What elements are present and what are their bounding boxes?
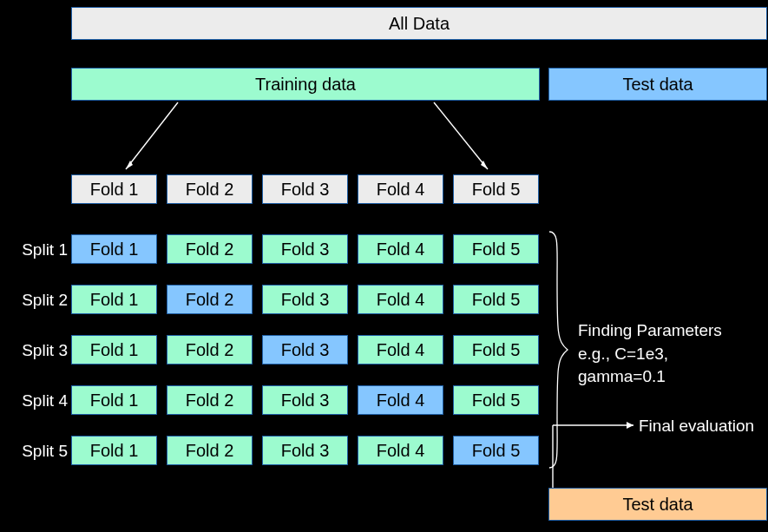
- fold-header-5: Fold 5: [453, 174, 539, 204]
- split1-fold2: Fold 2: [167, 234, 253, 264]
- split4-fold1: Fold 1: [71, 385, 157, 415]
- fold-header-4: Fold 4: [358, 174, 443, 204]
- split2-fold4: Fold 4: [358, 285, 443, 314]
- split4-fold2: Fold 2: [167, 385, 253, 415]
- split5-fold4: Fold 4: [358, 436, 443, 465]
- fold-header-3: Fold 3: [262, 174, 348, 204]
- split5-fold3: Fold 3: [262, 436, 348, 465]
- cv-diagram: All Data Training data Test data Fold 1 …: [0, 0, 768, 532]
- split3-label: Split 3: [0, 342, 68, 360]
- split2-fold5: Fold 5: [453, 285, 539, 314]
- split1-fold3: Fold 3: [262, 234, 348, 264]
- brace-icon: [545, 228, 571, 471]
- split2-fold1: Fold 1: [71, 285, 157, 314]
- split5-fold1: Fold 1: [71, 436, 157, 465]
- split3-fold4: Fold 4: [358, 335, 443, 365]
- split3-fold5: Fold 5: [453, 335, 539, 365]
- split1-fold1: Fold 1: [71, 234, 157, 264]
- params-line2: e.g., C=1e3,: [578, 345, 668, 363]
- final-evaluation-label: Final evaluation: [639, 417, 754, 436]
- svg-line-0: [126, 102, 178, 169]
- split2-fold3: Fold 3: [262, 285, 348, 314]
- split5-label: Split 5: [0, 443, 68, 461]
- split1-fold4: Fold 4: [358, 234, 443, 264]
- split5-fold5: Fold 5: [453, 436, 539, 465]
- split2-label: Split 2: [0, 292, 68, 310]
- split1-fold5: Fold 5: [453, 234, 539, 264]
- params-line1: Finding Parameters: [578, 321, 722, 339]
- split1-label: Split 1: [0, 241, 68, 259]
- split4-label: Split 4: [0, 392, 68, 410]
- svg-line-2: [434, 102, 488, 169]
- svg-marker-6: [627, 422, 633, 429]
- split4-fold4: Fold 4: [358, 385, 443, 415]
- split2-fold2: Fold 2: [167, 285, 253, 314]
- finding-parameters-text: Finding Parameters e.g., C=1e3, gamma=0.…: [578, 319, 722, 389]
- split3-fold2: Fold 2: [167, 335, 253, 365]
- final-test-data-box: Test data: [548, 488, 767, 521]
- params-line3: gamma=0.1: [578, 367, 666, 385]
- split4-fold3: Fold 3: [262, 385, 348, 415]
- fold-header-1: Fold 1: [71, 174, 157, 204]
- split4-fold5: Fold 5: [453, 385, 539, 415]
- split5-fold2: Fold 2: [167, 436, 253, 465]
- fold-header-2: Fold 2: [167, 174, 253, 204]
- split3-fold3: Fold 3: [262, 335, 348, 365]
- split3-fold1: Fold 1: [71, 335, 157, 365]
